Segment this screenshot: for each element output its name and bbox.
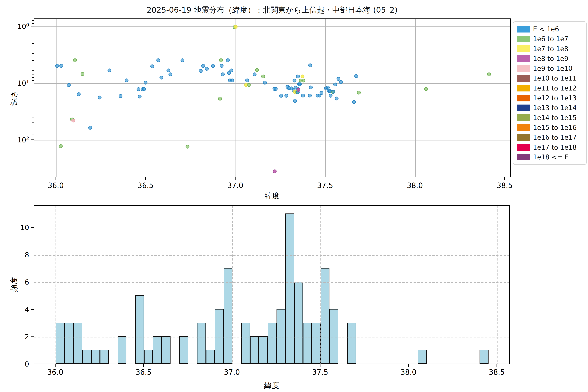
legend-row-7: 1e12 to 1e13: [516, 94, 586, 102]
legend-row-11: 1e16 to 1e17: [516, 134, 586, 141]
scatter-ytick-minor-300: [32, 166, 34, 167]
hist-xtick-label-36: 36.0: [47, 368, 63, 376]
scatter-ytick-minor-60: [32, 127, 34, 128]
hist-gridline-y-4: [34, 310, 509, 310]
histogram-xlabel: 緯度: [264, 380, 279, 391]
hist-xtick-label-38: 38.0: [400, 368, 416, 376]
legend-label-12: 1e17 to 1e18: [533, 144, 577, 151]
scatter-ytick-minor-0.9: [32, 23, 34, 24]
scatter-ytick-minor-200: [32, 157, 34, 157]
scatter-point: [261, 74, 265, 78]
scatter-ytick-label-1e0: 100: [18, 22, 29, 30]
scatter-point: [354, 74, 358, 78]
legend-swatch-1: [516, 36, 530, 42]
hist-xtick-label-37: 37.0: [224, 368, 240, 376]
hist-gridline-y-10: [34, 228, 509, 228]
scatter-xtick-label-36.5: 36.5: [138, 181, 154, 190]
legend-swatch-7: [516, 95, 530, 102]
scatter-gridline-y-1e0: [34, 26, 510, 27]
hist-bar-37.45: [312, 322, 320, 364]
legend-label-3: 1e8 to 1e9: [533, 55, 568, 62]
hist-bar-36.25: [100, 350, 109, 364]
scatter-point: [186, 145, 189, 149]
scatter-ytick-minor-4: [32, 60, 34, 60]
scatter-point: [245, 78, 249, 82]
hist-xtick-37.5: [320, 364, 320, 367]
legend-row-1: 1e6 to 1e7: [516, 35, 586, 42]
legend-swatch-9: [516, 114, 530, 121]
legend-row-9: 1e14 to 1e15: [516, 114, 586, 121]
scatter-gridline-x-37: [236, 19, 236, 177]
scatter-ytick-minor-8: [32, 77, 34, 78]
scatter-xtick-label-38.5: 38.5: [497, 181, 513, 190]
scatter-point: [199, 69, 203, 73]
scatter-point: [296, 74, 300, 78]
scatter-point: [108, 68, 111, 72]
scatter-gridline-x-37.5: [325, 19, 326, 177]
chart-title: 2025-06-19 地震分布（緯度）：北関東から上信越・中部日本海 (05_2…: [34, 5, 510, 15]
hist-bar-37.15: [259, 336, 268, 364]
scatter-xtick-36.5: [145, 178, 146, 180]
legend-label-1: 1e6 to 1e7: [533, 35, 568, 43]
scatter-point: [138, 95, 142, 98]
scatter-point: [211, 64, 215, 68]
scatter-point: [296, 88, 300, 92]
scatter-point: [300, 74, 304, 78]
scatter-point: [88, 126, 92, 130]
scatter-gridline-y-1e2: [34, 140, 510, 140]
hist-xtick-label-37.5: 37.5: [312, 368, 328, 376]
legend: E < 1e61e6 to 1e71e7 to 1e81e8 to 1e91e9…: [513, 22, 587, 165]
scatter-xtick-label-37: 37.0: [227, 181, 243, 190]
legend-swatch-10: [516, 124, 530, 131]
scatter-point: [352, 100, 356, 104]
legend-swatch-11: [516, 134, 530, 141]
scatter-point: [60, 64, 63, 68]
scatter-gridline-x-38: [415, 19, 416, 177]
scatter-point: [247, 83, 250, 87]
hist-bar-36.10: [74, 322, 82, 364]
legend-swatch-13: [516, 154, 530, 160]
scatter-xtick-label-36: 36.0: [48, 181, 64, 190]
hist-bar-37.55: [330, 309, 338, 364]
scatter-point: [181, 58, 184, 62]
hist-xtick-label-38.5: 38.5: [489, 368, 505, 376]
hist-bar-38.40: [480, 350, 488, 364]
scatter-ytick-minor-400: [32, 174, 34, 174]
hist-ytick-label-2: 2: [25, 333, 29, 341]
hist-bar-37.35: [294, 282, 303, 364]
hist-ytick-label-4: 4: [25, 306, 29, 314]
scatter-point: [301, 94, 305, 97]
scatter-point: [220, 64, 224, 68]
scatter-point: [73, 58, 77, 62]
hist-ytick-label-8: 8: [25, 251, 29, 259]
hist-bar-36.15: [82, 350, 91, 364]
legend-row-3: 1e8 to 1e9: [516, 55, 586, 62]
scatter-point: [255, 68, 259, 72]
legend-swatch-8: [516, 104, 530, 111]
scatter-point: [166, 68, 170, 72]
scatter-ytick-minor-50: [32, 122, 34, 123]
scatter-xtick-37.5: [325, 178, 325, 180]
scatter-point: [219, 58, 223, 62]
scatter-point: [308, 64, 312, 67]
scatter-ytick-minor-30: [32, 110, 34, 110]
scatter-point: [160, 76, 163, 80]
scatter-point: [357, 91, 361, 94]
legend-label-4: 1e9 to 1e10: [533, 65, 572, 72]
hist-bar-38.05: [418, 350, 427, 364]
hist-xtick-37: [232, 364, 232, 367]
scatter-point: [144, 81, 147, 84]
legend-row-10: 1e15 to 1e16: [516, 124, 586, 131]
scatter-point: [332, 90, 335, 94]
scatter-point: [333, 82, 337, 86]
legend-swatch-4: [516, 65, 530, 72]
scatter-point: [273, 170, 277, 173]
scatter-point: [168, 72, 172, 76]
hist-gridline-x-37.5: [320, 206, 321, 364]
scatter-point: [308, 94, 312, 97]
legend-swatch-6: [516, 85, 530, 92]
scatter-plot-area: [34, 18, 510, 178]
scatter-point: [55, 64, 59, 68]
scatter-point: [253, 72, 256, 76]
scatter-xtick-label-37.5: 37.5: [317, 181, 333, 190]
